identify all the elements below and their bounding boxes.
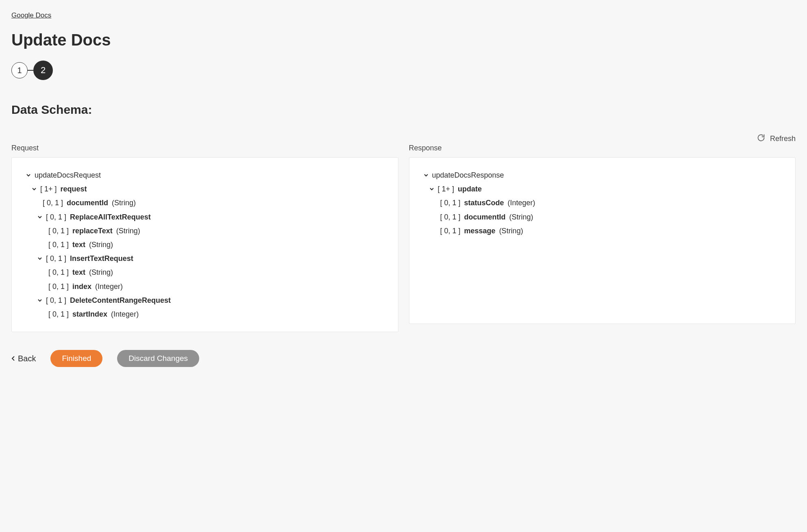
tree-field-type	[505, 196, 507, 210]
tree-bracket: [ 0, 1 ]	[440, 196, 461, 210]
tree-bracket: [ 0, 1 ]	[46, 252, 66, 265]
tree-bracket: [ 0, 1 ]	[46, 210, 66, 224]
tree-field-name: documentId	[464, 210, 506, 224]
tree-field-type-val: (String)	[89, 238, 113, 252]
back-button[interactable]: Back	[11, 354, 36, 363]
refresh-label: Refresh	[770, 135, 796, 143]
discard-changes-button[interactable]: Discard Changes	[117, 350, 199, 367]
tree-field-type	[86, 238, 88, 252]
request-column: Request updateDocsRequest [ 1+ ] request…	[11, 144, 398, 332]
back-label: Back	[18, 354, 36, 363]
tree-field-name: text	[72, 265, 85, 279]
tree-leaf[interactable]: [ 0, 1 ] documentId (String)	[22, 196, 387, 210]
chevron-down-icon	[37, 298, 43, 303]
tree-root[interactable]: updateDocsRequest	[22, 168, 387, 182]
tree-field-name: InsertTextRequest	[70, 252, 133, 265]
tree-field-name: request	[61, 182, 87, 196]
tree-bracket: [ 0, 1 ]	[43, 196, 63, 210]
tree-node-update[interactable]: [ 1+ ] update	[420, 182, 785, 196]
tree-field-name: replaceText	[72, 224, 113, 238]
tree-root[interactable]: updateDocsResponse	[420, 168, 785, 182]
finished-button[interactable]: Finished	[50, 350, 102, 367]
tree-field-name: ReplaceAllTextRequest	[70, 210, 151, 224]
tree-field-name: index	[72, 280, 91, 293]
tree-label: updateDocsRequest	[35, 168, 101, 182]
tree-leaf[interactable]: [ 0, 1 ] replaceText (String)	[22, 224, 387, 238]
tree-node-deletecontentrange[interactable]: [ 0, 1 ] DeleteContentRangeRequest	[22, 293, 387, 307]
tree-field-name: message	[464, 224, 496, 238]
tree-field-type-val: (String)	[116, 224, 140, 238]
tree-field-name: startIndex	[72, 307, 107, 321]
tree-leaf[interactable]: [ 0, 1 ] text (String)	[22, 238, 387, 252]
tree-leaf[interactable]: [ 0, 1 ] documentId (String)	[420, 210, 785, 224]
chevron-down-icon	[37, 256, 43, 261]
chevron-left-icon	[11, 356, 15, 361]
tree-bracket: [ 0, 1 ]	[48, 224, 69, 238]
response-column: Response updateDocsResponse [ 1+ ] updat…	[409, 144, 796, 332]
tree-leaf[interactable]: [ 0, 1 ] statusCode (Integer)	[420, 196, 785, 210]
refresh-icon	[757, 134, 765, 144]
tree-field-type	[496, 224, 498, 238]
tree-leaf[interactable]: [ 0, 1 ] text (String)	[22, 265, 387, 279]
tree-field-name: DeleteContentRangeRequest	[70, 293, 171, 307]
tree-field-type	[86, 265, 88, 279]
refresh-button[interactable]: Refresh	[757, 134, 796, 144]
tree-bracket: [ 0, 1 ]	[440, 224, 461, 238]
tree-bracket: [ 1+ ]	[40, 182, 57, 196]
step-connector	[28, 70, 33, 71]
tree-field-type	[108, 307, 110, 321]
chevron-down-icon	[31, 187, 37, 191]
tree-field-type	[109, 196, 111, 210]
tree-leaf[interactable]: [ 0, 1 ] message (String)	[420, 224, 785, 238]
tree-bracket: [ 0, 1 ]	[440, 210, 461, 224]
chevron-down-icon	[37, 215, 43, 219]
chevron-down-icon	[423, 173, 429, 178]
breadcrumb[interactable]: Google Docs	[11, 11, 51, 20]
tree-label: updateDocsResponse	[432, 168, 504, 182]
chevron-down-icon	[429, 187, 435, 191]
tree-node-request[interactable]: [ 1+ ] request	[22, 182, 387, 196]
tree-field-type	[113, 224, 115, 238]
stepper: 1 2	[11, 61, 796, 80]
request-header: Request	[11, 144, 398, 152]
request-panel: updateDocsRequest [ 1+ ] request [ 0, 1 …	[11, 157, 398, 332]
tree-field-name: update	[458, 182, 482, 196]
tree-field-type-val: (String)	[509, 210, 533, 224]
tree-field-type-val: (Integer)	[111, 307, 139, 321]
tree-bracket: [ 1+ ]	[438, 182, 455, 196]
tree-node-replacealltext[interactable]: [ 0, 1 ] ReplaceAllTextRequest	[22, 210, 387, 224]
tree-bracket: [ 0, 1 ]	[48, 265, 69, 279]
tree-leaf[interactable]: [ 0, 1 ] index (Integer)	[22, 280, 387, 293]
chevron-down-icon	[26, 173, 31, 178]
tree-field-type	[507, 210, 509, 224]
tree-field-name: statusCode	[464, 196, 504, 210]
step-2[interactable]: 2	[33, 61, 53, 80]
tree-field-type-val: (String)	[89, 265, 113, 279]
tree-field-type-val: (String)	[499, 224, 523, 238]
tree-field-type-val: (Integer)	[95, 280, 123, 293]
tree-field-name: documentId	[67, 196, 108, 210]
tree-bracket: [ 0, 1 ]	[48, 280, 69, 293]
tree-leaf[interactable]: [ 0, 1 ] startIndex (Integer)	[22, 307, 387, 321]
tree-node-inserttext[interactable]: [ 0, 1 ] InsertTextRequest	[22, 252, 387, 265]
tree-field-type	[92, 280, 94, 293]
response-header: Response	[409, 144, 796, 152]
section-title: Data Schema:	[11, 103, 796, 117]
page-title: Update Docs	[11, 31, 796, 49]
tree-bracket: [ 0, 1 ]	[48, 238, 69, 252]
tree-field-type-val: (Integer)	[508, 196, 535, 210]
tree-bracket: [ 0, 1 ]	[48, 307, 69, 321]
tree-bracket: [ 0, 1 ]	[46, 293, 66, 307]
step-1[interactable]: 1	[11, 62, 28, 78]
response-panel: updateDocsResponse [ 1+ ] update [ 0, 1 …	[409, 157, 796, 324]
tree-field-type-val: (String)	[112, 196, 136, 210]
tree-field-name: text	[72, 238, 85, 252]
